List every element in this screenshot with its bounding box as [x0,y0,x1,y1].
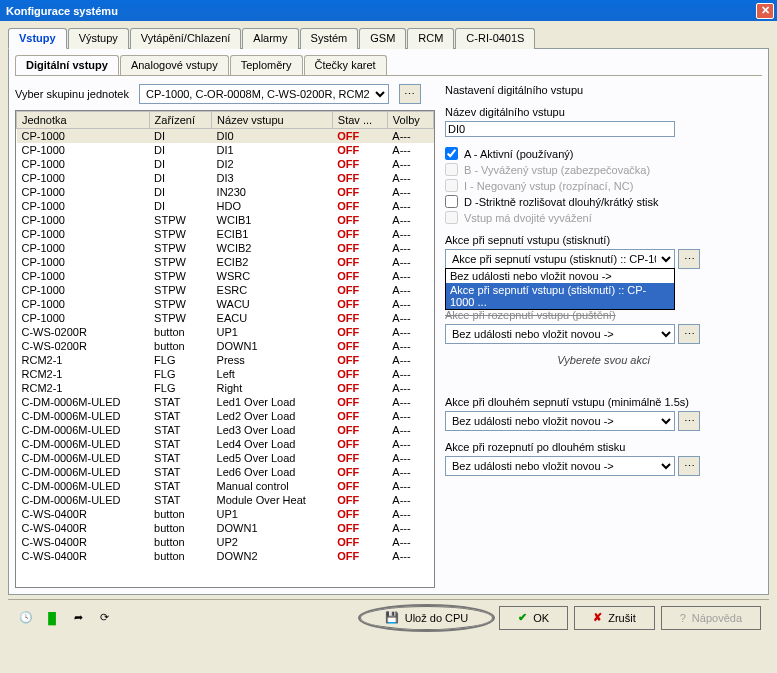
check-I: I - Negovaný vstup (rozpínací, NC) [445,179,762,192]
table-row[interactable]: CP-1000STPWECIB2OFFA--- [17,255,434,269]
table-row[interactable]: C-WS-0400RbuttonDOWN1OFFA--- [17,521,434,535]
action-long-edit-icon[interactable]: ⋯ [678,411,700,431]
table-row[interactable]: C-DM-0006M-ULEDSTATModule Over HeatOFFA-… [17,493,434,507]
tab-systém[interactable]: Systém [300,28,359,49]
export-icon[interactable]: ➦ [68,608,88,628]
table-row[interactable]: C-WS-0400RbuttonUP1OFFA--- [17,507,434,521]
inputs-table[interactable]: JednotkaZařízeníNázev vstupuStav ...Volb… [15,110,435,588]
cancel-button[interactable]: ✘ Zrušit [574,606,655,630]
table-row[interactable]: CP-1000DIHDOOFFA--- [17,199,434,213]
table-row[interactable]: CP-1000DIDI3OFFA--- [17,171,434,185]
tab-vstupy[interactable]: Vstupy [8,28,67,49]
table-row[interactable]: C-DM-0006M-ULEDSTATLed2 Over LoadOFFA--- [17,409,434,423]
sub-tabs: Digitální vstupyAnalogové vstupyTeploměr… [15,55,762,76]
action-open-edit-icon[interactable]: ⋯ [678,324,700,344]
column-header[interactable]: Jednotka [17,112,150,129]
clock-icon[interactable]: 🕓 [16,608,36,628]
table-row[interactable]: C-DM-0006M-ULEDSTATLed6 Over LoadOFFA--- [17,465,434,479]
action-open-select[interactable]: Bez události nebo vložit novou -> [445,324,675,344]
check-D[interactable]: D -Striktně rozlišovat dlouhý/krátký sti… [445,195,762,208]
save-cpu-button[interactable]: 💾 Ulož do CPU [360,606,494,630]
refresh-icon[interactable]: ⟳ [94,608,114,628]
action-long-label: Akce při dlouhém sepnutí vstupu (minimál… [445,396,762,408]
tab-vytápění/chlazení[interactable]: Vytápění/Chlazení [130,28,241,49]
action-long-release-edit-icon[interactable]: ⋯ [678,456,700,476]
action-long-release-select[interactable]: Bez události nebo vložit novou -> [445,456,675,476]
window-title: Konfigurace systému [6,5,118,17]
hint-text: Vyberete svou akci [445,354,762,366]
flag-icon[interactable]: ▐▌ [42,608,62,628]
check-A[interactable]: A - Aktivní (používaný) [445,147,762,160]
action-close-select[interactable]: Akce při sepnutí vstupu (stisknutí) :: C… [445,249,675,269]
table-row[interactable]: C-DM-0006M-ULEDSTATLed3 Over LoadOFFA--- [17,423,434,437]
table-row[interactable]: CP-1000DIDI2OFFA--- [17,157,434,171]
name-input-label: Název digitálního vstupu [445,106,762,118]
table-row[interactable]: C-WS-0400RbuttonDOWN2OFFA--- [17,549,434,563]
table-row[interactable]: CP-1000STPWWCIB2OFFA--- [17,241,434,255]
table-row[interactable]: CP-1000DIIN230OFFA--- [17,185,434,199]
subtab-1[interactable]: Analogové vstupy [120,55,229,75]
check-V: Vstup má dvojité vyvážení [445,211,762,224]
name-input[interactable] [445,121,675,137]
table-row[interactable]: CP-1000DIDI1OFFA--- [17,143,434,157]
titlebar: Konfigurace systému ✕ [0,0,777,21]
column-header[interactable]: Volby [387,112,433,129]
action-close-label: Akce při sepnutí vstupu (stisknutí) [445,234,762,246]
table-row[interactable]: C-DM-0006M-ULEDSTATManual controlOFFA--- [17,479,434,493]
footer-toolbar: 🕓 ▐▌ ➦ ⟳ 💾 Ulož do CPU ✔ OK ✘ Zrušit ? N… [8,599,769,635]
table-row[interactable]: C-WS-0200RbuttonDOWN1OFFA--- [17,339,434,353]
tab-gsm[interactable]: GSM [359,28,406,49]
close-icon[interactable]: ✕ [756,3,774,19]
dropdown-option[interactable]: Akce při sepnutí vstupu (stisknutí) :: C… [446,283,674,309]
table-row[interactable]: CP-1000STPWEACUOFFA--- [17,311,434,325]
action-long-release-label: Akce při rozepnutí po dlouhém stisku [445,441,762,453]
table-row[interactable]: C-WS-0400RbuttonUP2OFFA--- [17,535,434,549]
column-header[interactable]: Název vstupu [212,112,333,129]
tab-c-ri-0401s[interactable]: C-RI-0401S [455,28,535,49]
group-selector-label: Vyber skupinu jednotek [15,88,129,100]
table-row[interactable]: C-WS-0200RbuttonUP1OFFA--- [17,325,434,339]
group-selector[interactable]: CP-1000, C-OR-0008M, C-WS-0200R, RCM2-1,… [139,84,389,104]
subtab-0[interactable]: Digitální vstupy [15,55,119,75]
table-row[interactable]: RCM2-1FLGPressOFFA--- [17,353,434,367]
table-row[interactable]: RCM2-1FLGRightOFFA--- [17,381,434,395]
ok-button[interactable]: ✔ OK [499,606,568,630]
action-long-select[interactable]: Bez události nebo vložit novou -> [445,411,675,431]
help-button[interactable]: ? Nápověda [661,606,761,630]
table-row[interactable]: C-DM-0006M-ULEDSTATLed4 Over LoadOFFA--- [17,437,434,451]
table-row[interactable]: CP-1000STPWECIB1OFFA--- [17,227,434,241]
tab-rcm[interactable]: RCM [407,28,454,49]
dropdown-option[interactable]: Bez události nebo vložit novou -> [446,269,674,283]
column-header[interactable]: Stav ... [332,112,387,129]
column-header[interactable]: Zařízení [149,112,211,129]
subtab-2[interactable]: Teploměry [230,55,303,75]
tab-alarmy[interactable]: Alarmy [242,28,298,49]
subtab-3[interactable]: Čtečky karet [304,55,387,75]
action-close-edit-icon[interactable]: ⋯ [678,249,700,269]
table-row[interactable]: CP-1000DIDI0OFFA--- [17,129,434,144]
table-row[interactable]: C-DM-0006M-ULEDSTATLed5 Over LoadOFFA--- [17,451,434,465]
action-close-dropdown[interactable]: Bez události nebo vložit novou -> Akce p… [445,268,675,310]
settings-header: Nastavení digitálního vstupu [445,84,762,96]
tab-výstupy[interactable]: Výstupy [68,28,129,49]
table-row[interactable]: CP-1000STPWWSRCOFFA--- [17,269,434,283]
table-row[interactable]: CP-1000STPWWACUOFFA--- [17,297,434,311]
table-row[interactable]: CP-1000STPWESRCOFFA--- [17,283,434,297]
table-row[interactable]: C-DM-0006M-ULEDSTATLed1 Over LoadOFFA--- [17,395,434,409]
check-B: B - Vyvážený vstup (zabezpečovačka) [445,163,762,176]
table-row[interactable]: CP-1000STPWWCIB1OFFA--- [17,213,434,227]
main-tabs: VstupyVýstupyVytápění/ChlazeníAlarmySyst… [8,27,769,49]
table-row[interactable]: RCM2-1FLGLeftOFFA--- [17,367,434,381]
group-selector-edit-icon[interactable]: ⋯ [399,84,421,104]
action-open-label: Akce při rozepnutí vstupu (puštění) [445,309,762,321]
